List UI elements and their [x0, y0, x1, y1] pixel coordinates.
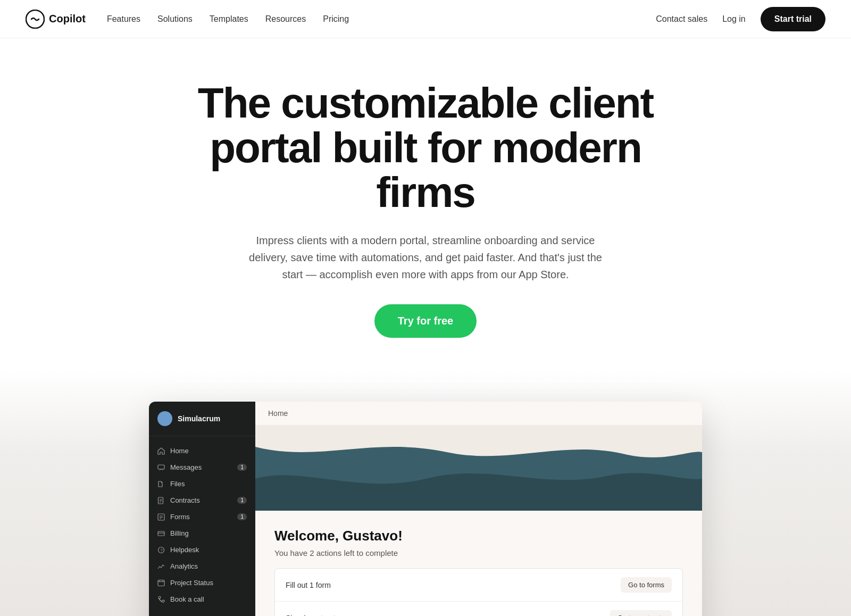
demo-section: Simulacrum Home [0, 370, 851, 616]
action-card: Fill out 1 form Go to forms Sign 1 contr… [274, 568, 683, 616]
sidebar-item-home[interactable]: Home [149, 443, 255, 459]
contracts-icon [157, 497, 165, 504]
book-call-icon [157, 596, 165, 603]
svg-rect-10 [158, 531, 164, 536]
sidebar-item-files[interactable]: Files [149, 476, 255, 492]
welcome-subtitle: You have 2 actions left to complete [274, 548, 683, 557]
nav-link-resources[interactable]: Resources [265, 14, 306, 24]
project-status-icon [157, 579, 165, 587]
analytics-icon [157, 563, 165, 570]
forms-badge: 1 [237, 513, 247, 520]
nav-link-features[interactable]: Features [107, 14, 140, 24]
nav-link-solutions[interactable]: Solutions [157, 14, 193, 24]
contracts-badge: 1 [237, 497, 247, 504]
forms-icon [157, 513, 165, 521]
svg-rect-14 [158, 580, 164, 586]
demo-sidebar: Simulacrum Home [149, 402, 255, 616]
go-to-forms-button[interactable]: Go to forms [621, 577, 672, 593]
svg-rect-1 [158, 465, 164, 469]
welcome-section: Welcome, Gustavo! You have 2 actions lef… [255, 511, 702, 616]
sidebar-nav: Home Messages 1 [149, 436, 255, 616]
nav-left: Copilot Features Solutions Templates Res… [26, 10, 349, 29]
demo-main: Home Welcome, Gustavo! [255, 402, 702, 616]
hero-title: The customizable client portal built for… [185, 81, 666, 215]
home-icon [157, 447, 165, 455]
helpdesk-icon: ? [157, 546, 165, 554]
welcome-title: Welcome, Gustavo! [274, 528, 683, 544]
demo-window: Simulacrum Home [149, 402, 702, 616]
sidebar-item-contracts[interactable]: Contracts 1 [149, 492, 255, 509]
logo-icon [26, 10, 45, 29]
messages-icon [157, 464, 165, 471]
svg-text:?: ? [161, 548, 163, 553]
sidebar-item-messages[interactable]: Messages 1 [149, 459, 255, 476]
nav-link-pricing[interactable]: Pricing [323, 14, 349, 24]
hero-subtitle: Impress clients with a modern portal, st… [239, 232, 612, 283]
contact-sales-link[interactable]: Contact sales [656, 14, 707, 24]
nav-links: Features Solutions Templates Resources P… [107, 14, 349, 24]
sidebar-avatar [157, 411, 172, 426]
navbar: Copilot Features Solutions Templates Res… [0, 0, 851, 38]
start-trial-button[interactable]: Start trial [761, 7, 825, 31]
logo-text: Copilot [49, 13, 86, 25]
sidebar-item-project-status[interactable]: Project Status [149, 575, 255, 591]
action-row-form: Fill out 1 form Go to forms [275, 569, 682, 602]
sidebar-item-forms[interactable]: Forms 1 [149, 509, 255, 525]
sidebar-item-book-call[interactable]: Book a call [149, 591, 255, 607]
sidebar-item-helpdesk[interactable]: ? Helpdesk [149, 542, 255, 558]
action-text-form: Fill out 1 form [286, 581, 331, 589]
wave-graphic [255, 426, 702, 511]
sidebar-header: Simulacrum [149, 402, 255, 436]
demo-topbar: Home [255, 402, 702, 426]
action-text-contract: Sign 1 contract [286, 614, 335, 617]
sidebar-item-analytics[interactable]: Analytics [149, 558, 255, 575]
hero-section: The customizable client portal built for… [0, 38, 851, 370]
nav-right: Contact sales Log in Start trial [656, 7, 825, 31]
billing-icon [157, 530, 165, 537]
go-to-contracts-button[interactable]: Go to contracts [610, 610, 672, 616]
files-icon [157, 480, 165, 488]
messages-badge: 1 [237, 464, 247, 471]
logo[interactable]: Copilot [26, 10, 86, 29]
login-link[interactable]: Log in [722, 14, 746, 24]
action-row-contract: Sign 1 contract Go to contracts [275, 602, 682, 616]
try-for-free-button[interactable]: Try for free [374, 304, 477, 338]
sidebar-brand: Simulacrum [178, 414, 220, 423]
hero-content: The customizable client portal built for… [160, 38, 691, 370]
sidebar-item-billing[interactable]: Billing [149, 525, 255, 542]
nav-link-templates[interactable]: Templates [210, 14, 248, 24]
